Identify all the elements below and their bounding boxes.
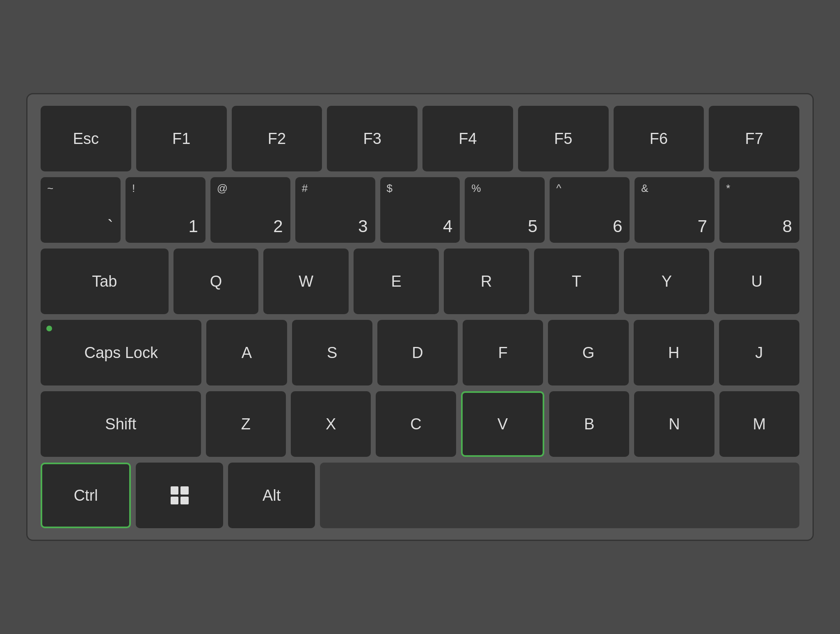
key-f7[interactable]: F7 xyxy=(709,106,799,171)
keyboard: Esc F1 F2 F3 F4 F5 F6 F7 ~ ` ! 1 @ 2 # 3… xyxy=(26,93,814,541)
key-n[interactable]: N xyxy=(634,391,714,457)
key-windows[interactable] xyxy=(136,463,223,528)
key-f4[interactable]: F4 xyxy=(422,106,513,171)
key-1[interactable]: ! 1 xyxy=(126,177,205,243)
key-j[interactable]: J xyxy=(719,320,799,385)
key-caps-lock[interactable]: Caps Lock xyxy=(41,320,201,385)
key-3[interactable]: # 3 xyxy=(295,177,375,243)
key-t[interactable]: T xyxy=(534,249,619,314)
asdf-row: Caps Lock A S D F G H J xyxy=(41,320,799,385)
key-q[interactable]: Q xyxy=(173,249,259,314)
windows-icon xyxy=(171,486,189,504)
key-v[interactable]: V xyxy=(461,391,544,457)
key-ctrl[interactable]: Ctrl xyxy=(41,463,131,528)
key-esc[interactable]: Esc xyxy=(41,106,131,171)
key-b[interactable]: B xyxy=(549,391,629,457)
key-alt[interactable]: Alt xyxy=(228,463,315,528)
key-tab[interactable]: Tab xyxy=(41,249,169,314)
key-z[interactable]: Z xyxy=(206,391,286,457)
key-5[interactable]: % 5 xyxy=(465,177,545,243)
key-f3[interactable]: F3 xyxy=(327,106,418,171)
function-row: Esc F1 F2 F3 F4 F5 F6 F7 xyxy=(41,106,799,171)
key-backtick[interactable]: ~ ` xyxy=(41,177,121,243)
key-space[interactable] xyxy=(320,463,799,528)
key-r[interactable]: R xyxy=(444,249,529,314)
key-shift[interactable]: Shift xyxy=(41,391,201,457)
key-e[interactable]: E xyxy=(354,249,439,314)
key-x[interactable]: X xyxy=(291,391,371,457)
key-h[interactable]: H xyxy=(634,320,714,385)
key-d[interactable]: D xyxy=(377,320,458,385)
key-f5[interactable]: F5 xyxy=(518,106,609,171)
key-s[interactable]: S xyxy=(292,320,372,385)
key-w[interactable]: W xyxy=(263,249,349,314)
key-6[interactable]: ^ 6 xyxy=(550,177,630,243)
number-row: ~ ` ! 1 @ 2 # 3 $ 4 % 5 ^ 6 & 7 xyxy=(41,177,799,243)
qwerty-row: Tab Q W E R T Y U xyxy=(41,249,799,314)
bottom-row: Ctrl Alt xyxy=(41,463,799,528)
zxcv-row: Shift Z X C V B N M xyxy=(41,391,799,457)
key-y[interactable]: Y xyxy=(624,249,709,314)
key-8[interactable]: * 8 xyxy=(719,177,799,243)
key-f2[interactable]: F2 xyxy=(232,106,322,171)
key-2[interactable]: @ 2 xyxy=(210,177,290,243)
key-f1[interactable]: F1 xyxy=(136,106,227,171)
key-f[interactable]: F xyxy=(463,320,543,385)
key-a[interactable]: A xyxy=(206,320,287,385)
key-4[interactable]: $ 4 xyxy=(380,177,460,243)
key-m[interactable]: M xyxy=(719,391,799,457)
key-7[interactable]: & 7 xyxy=(635,177,714,243)
caps-lock-indicator xyxy=(46,326,52,331)
key-g[interactable]: G xyxy=(548,320,628,385)
key-u[interactable]: U xyxy=(714,249,799,314)
key-c[interactable]: C xyxy=(376,391,456,457)
key-f6[interactable]: F6 xyxy=(614,106,704,171)
